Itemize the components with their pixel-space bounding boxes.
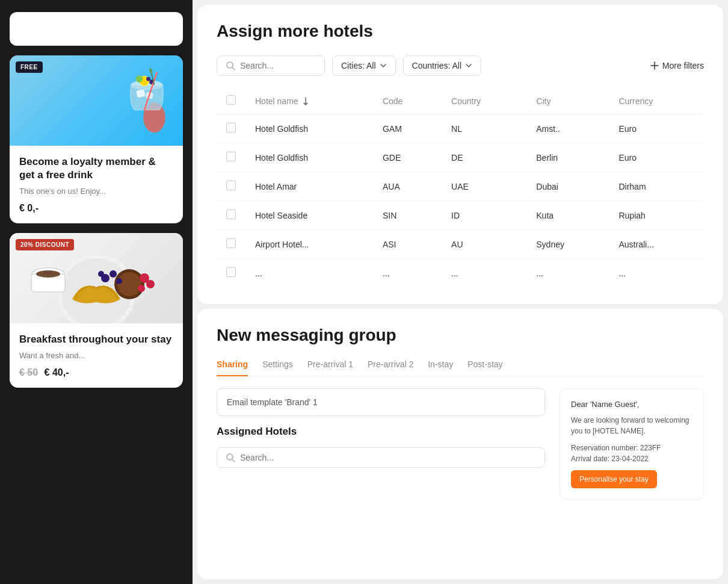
tab-settings[interactable]: Settings [262,359,293,376]
row-checkbox-4[interactable] [226,238,236,248]
bottom-left: Email template 'Brand' 1 Assigned Hotels [217,388,545,563]
personalise-button[interactable]: Personalise your stay [571,470,657,488]
countries-filter-label: Countries: All [412,61,461,70]
row-checkbox-3[interactable] [226,210,236,219]
main-content: Assign more hotels Cities: All Countries… [193,0,728,584]
card-free-drink-title: Become a loyalty member & get a free dri… [19,155,173,182]
svg-point-21 [138,285,145,292]
svg-point-10 [149,67,153,74]
cities-chevron-icon [380,62,387,69]
row-checkbox-cell [217,259,245,288]
th-hotel-name-label: Hotel name [255,96,298,106]
row-checkbox-cell [217,230,245,259]
th-country: Country [442,88,526,114]
tabs-row: SharingSettingsPre-arrival 1Pre-arrival … [217,359,704,376]
bottom-content: Email template 'Brand' 1 Assigned Hotels… [217,388,704,563]
more-filters-label: More filters [662,61,704,70]
row-code: GAM [373,114,442,143]
card-free-drink-desc: This one's on us! Enjoy... [19,187,173,196]
row-currency: Euro [609,143,704,172]
row-checkbox-5[interactable] [226,267,236,277]
svg-point-14 [117,272,141,296]
row-checkbox-cell [217,201,245,230]
card-breakfast-image: 20% DISCOUNT [10,233,183,323]
email-preview-greeting: Dear 'Name Guest', [571,400,693,409]
tab-pre-arrival-1[interactable]: Pre-arrival 1 [307,359,353,376]
row-hotel-name: Hotel Goldfish [245,143,373,172]
svg-line-30 [232,459,235,462]
row-currency: Rupiah [609,201,704,230]
countries-filter-dropdown[interactable]: Countries: All [403,55,481,76]
sidebar-search-box[interactable] [10,12,183,46]
tab-sharing[interactable]: Sharing [217,359,248,376]
assigned-hotels-search-input[interactable] [240,453,360,462]
card-free-drink-image: FREE [10,55,183,146]
row-country: ... [442,259,526,288]
svg-rect-2 [136,89,145,98]
search-icon [226,61,235,70]
row-checkbox-0[interactable] [226,123,236,132]
assign-search-box[interactable] [217,55,325,76]
more-filters-button[interactable]: More filters [650,61,704,70]
row-hotel-name: Hotel Goldfish [245,114,373,143]
plus-icon [650,61,659,70]
row-checkbox-cell [217,114,245,143]
email-preview-panel: Dear 'Name Guest', We are looking forwar… [560,388,704,500]
row-hotel-name: Airport Hotel... [245,230,373,259]
row-checkbox-1[interactable] [226,152,236,161]
assigned-hotels-search-box[interactable] [217,447,545,468]
assign-hotels-title: Assign more hotels [217,22,704,41]
row-city: Dubai [526,172,609,201]
th-city: City [526,88,609,114]
card-breakfast: 20% DISCOUNT [10,233,183,388]
hotels-table: Hotel name Code Country City Currency [217,88,704,287]
price-original: € 50 [19,367,38,377]
tab-post-stay[interactable]: Post-stay [467,359,502,376]
discount-badge: 20% DISCOUNT [16,239,74,250]
row-hotel-name: Hotel Amar [245,172,373,201]
th-code: Code [373,88,442,114]
email-preview-reservation: Reservation number: 223FF Arrival date: … [571,443,693,464]
row-currency: Euro [609,114,704,143]
row-currency: Dirham [609,172,704,201]
tab-in-stay[interactable]: In-stay [428,359,453,376]
row-hotel-name: Hotel Seaside [245,201,373,230]
table-row: Hotel Seaside SIN ID Kuta Rupiah [217,201,704,230]
select-all-checkbox[interactable] [226,95,236,105]
row-city: ... [526,259,609,288]
table-row: Hotel Goldfish GAM NL Amst.. Euro [217,114,704,143]
countries-chevron-icon [465,62,472,69]
card-breakfast-desc: Want a fresh and... [19,351,173,360]
svg-point-16 [110,270,117,278]
row-country: ID [442,201,526,230]
row-checkbox-2[interactable] [226,181,236,190]
email-preview-body-text: We are looking forward to welcoming you … [571,416,689,435]
row-checkbox-cell [217,143,245,172]
filters-row: Cities: All Countries: All More filters [217,55,704,76]
email-arrival-text: Arrival date: 23-04-2022 [571,455,649,463]
hotels-table-container: Hotel name Code Country City Currency [217,88,704,287]
email-template-box[interactable]: Email template 'Brand' 1 [217,388,545,416]
search-icon-bottom [226,453,235,462]
row-code: GDE [373,143,442,172]
svg-line-26 [232,67,235,70]
price-discounted: € 40,- [45,367,69,377]
assign-search-input[interactable] [240,61,312,70]
svg-point-18 [98,271,104,277]
row-currency: ... [609,259,704,288]
tab-pre-arrival-2[interactable]: Pre-arrival 2 [368,359,413,376]
email-template-label: Email template 'Brand' 1 [227,397,318,407]
th-currency: Currency [609,88,704,114]
card-free-drink-price: € 0,- [19,203,173,214]
svg-point-5 [136,75,143,82]
cities-filter-dropdown[interactable]: Cities: All [332,55,396,76]
card-free-drink: FREE [10,55,183,223]
card-free-drink-body: Become a loyalty member & get a free dri… [10,146,183,223]
assign-hotels-panel: Assign more hotels Cities: All Countries… [197,5,723,304]
row-code: ... [373,259,442,288]
sort-icon[interactable] [302,97,309,105]
svg-point-20 [146,280,155,288]
row-code: AUA [373,172,442,201]
row-city: Amst.. [526,114,609,143]
row-code: ASI [373,230,442,259]
